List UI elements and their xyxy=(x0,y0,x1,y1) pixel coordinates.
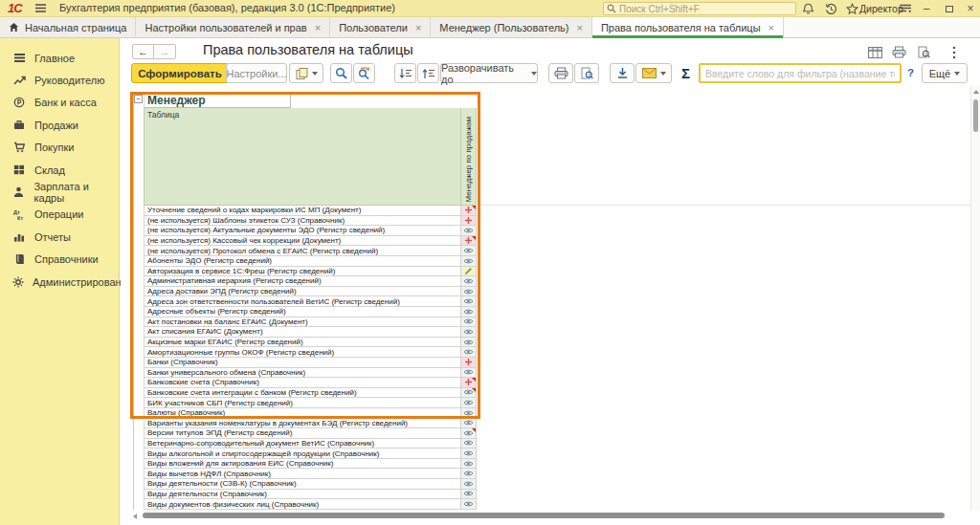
row-access-cell[interactable] xyxy=(461,206,477,216)
row-access-cell[interactable] xyxy=(461,287,477,297)
row-access-cell[interactable] xyxy=(461,256,477,267)
group-header-row[interactable]: Менеджер xyxy=(144,92,479,108)
row-label[interactable]: Валюты (Справочник) xyxy=(144,408,461,419)
row-access-cell[interactable] xyxy=(461,347,477,358)
row-label[interactable]: Акт постановки на баланс ЕГАИС (Документ… xyxy=(144,317,461,328)
print-icon[interactable] xyxy=(890,45,907,59)
row-access-cell[interactable] xyxy=(461,459,477,470)
find-next-button[interactable] xyxy=(353,63,375,83)
row-access-cell[interactable] xyxy=(461,408,477,419)
row-access-cell[interactable] xyxy=(461,428,477,439)
sidebar-item-11[interactable]: Администрирование xyxy=(0,271,119,293)
scroll-left-icon[interactable] xyxy=(133,514,137,519)
kebab-menu-icon[interactable] xyxy=(946,45,963,59)
table-row[interactable]: (не используется) Актуальные документы Э… xyxy=(144,226,479,236)
row-access-cell[interactable] xyxy=(461,246,477,256)
row-label[interactable]: Банковские счета интеграции с банком (Ре… xyxy=(144,388,461,399)
generate-button[interactable]: Сформировать xyxy=(131,63,229,83)
row-label[interactable]: (не используется) Протокол обмена с ЕГАИ… xyxy=(144,246,461,256)
sidebar-item-3[interactable]: Банк и касса xyxy=(0,92,119,114)
row-label[interactable]: Абоненты ЭДО (Регистр сведений) xyxy=(144,256,461,267)
row-label[interactable]: (не используется) Кассовый чек коррекции… xyxy=(144,236,461,247)
table-row[interactable]: Амортизационные группы ОКОФ (Регистр све… xyxy=(144,347,479,358)
vertical-scrollbar-thumb[interactable] xyxy=(973,99,978,132)
history-icon[interactable] xyxy=(823,2,838,15)
row-label[interactable]: Амортизационные группы ОКОФ (Регистр све… xyxy=(144,347,461,358)
sidebar-item-7[interactable]: Зарплата и кадры xyxy=(0,181,119,203)
favorites-star-icon[interactable] xyxy=(844,2,859,15)
sidebar-item-9[interactable]: Отчеты xyxy=(0,226,119,248)
row-label[interactable]: Адреса доставки ЭПД (Регистр сведений) xyxy=(144,287,461,297)
tab-2[interactable]: Настройки пользователей и прав× xyxy=(136,17,330,37)
forward-button[interactable]: → xyxy=(154,44,176,59)
send-email-button[interactable] xyxy=(635,63,672,83)
close-icon[interactable]: × xyxy=(415,22,421,33)
window-maximize-icon[interactable] xyxy=(942,2,957,15)
row-access-cell[interactable] xyxy=(461,469,477,479)
row-label[interactable]: Авторизация в сервисе 1С:Фреш (Регистр с… xyxy=(144,267,461,277)
main-menu-icon[interactable] xyxy=(34,3,47,13)
table-row[interactable]: Виды деятельности (Справочник) xyxy=(144,490,479,500)
table-row[interactable]: Адреса зон ответственности пользователей… xyxy=(144,296,479,307)
table-row[interactable]: Ветеринарно-сопроводительный документ Ве… xyxy=(144,439,479,449)
table-row[interactable]: Акт списания ЕГАИС (Документ) xyxy=(144,327,479,338)
sidebar-item-10[interactable]: Справочники xyxy=(0,249,119,271)
sidebar-item-8[interactable]: ДтКтОперации xyxy=(0,204,119,226)
horizontal-scrollbar-thumb[interactable] xyxy=(143,513,945,518)
row-access-cell[interactable] xyxy=(461,327,477,338)
row-label[interactable]: Банки универсального обмена (Справочник) xyxy=(144,368,461,379)
row-label[interactable]: Виды деятельности (СЗВ-К) (Справочник) xyxy=(144,479,461,490)
save-file-button[interactable] xyxy=(610,63,635,83)
table-row[interactable]: Виды вычетов НДФЛ (Справочник) xyxy=(144,469,479,479)
table-row[interactable]: Банки (Справочник) xyxy=(144,358,479,368)
tab-5[interactable]: Права пользователя на таблицы× xyxy=(592,17,784,37)
table-row[interactable]: Абоненты ЭДО (Регистр сведений) xyxy=(144,256,479,267)
sidebar-item-4[interactable]: Продажи xyxy=(0,114,119,136)
settings-button[interactable]: Настройки... xyxy=(226,63,287,83)
table-row[interactable]: Виды деятельности (СЗВ-К) (Справочник) xyxy=(144,479,479,490)
row-label[interactable]: Административная иерархия (Регистр сведе… xyxy=(144,276,461,287)
row-access-cell[interactable] xyxy=(461,216,477,227)
table-column-header[interactable]: Таблица xyxy=(144,108,461,206)
table-row[interactable]: Адресные объекты (Регистр сведений) xyxy=(144,307,479,317)
row-access-cell[interactable] xyxy=(461,267,477,277)
help-link[interactable]: ? xyxy=(907,67,914,78)
row-label[interactable]: Виды вложений для актирования ЕИС (Справ… xyxy=(144,459,461,470)
row-label[interactable]: Ветеринарно-сопроводительный документ Ве… xyxy=(144,439,461,449)
row-access-cell[interactable] xyxy=(461,307,477,317)
table-row[interactable]: Административная иерархия (Регистр сведе… xyxy=(144,276,479,287)
sidebar-item-6[interactable]: Склад xyxy=(0,159,119,181)
close-icon[interactable]: × xyxy=(577,22,583,33)
save-spreadsheet-icon[interactable] xyxy=(866,45,883,59)
collapse-levels-button[interactable] xyxy=(417,63,439,83)
tab-4[interactable]: Менеджер (Пользователь)× xyxy=(431,17,592,37)
horizontal-scrollbar[interactable] xyxy=(131,512,970,520)
row-label[interactable]: Банковские счета (Справочник) xyxy=(144,378,461,388)
table-row[interactable]: (не используется) Кассовый чек коррекции… xyxy=(144,236,479,247)
tab-1[interactable]: Начальная страница xyxy=(0,17,136,37)
table-row[interactable]: Банки универсального обмена (Справочник) xyxy=(144,368,479,379)
table-row[interactable]: Версии титулов ЭПД (Регистр сведений) xyxy=(144,428,479,439)
row-label[interactable]: Банки (Справочник) xyxy=(144,358,461,368)
rotated-column-header[interactable]: Менеджер по продажам xyxy=(461,108,477,206)
row-label[interactable]: Виды вычетов НДФЛ (Справочник) xyxy=(144,469,461,479)
row-label[interactable]: Акцизные марки ЕГАИС (Регистр сведений) xyxy=(144,338,461,348)
back-button[interactable]: ← xyxy=(132,44,154,59)
table-row[interactable]: (не используется) Протокол обмена с ЕГАИ… xyxy=(144,246,479,256)
row-access-cell[interactable] xyxy=(461,358,477,368)
table-row[interactable]: Варианты указания номенклатуры в докумен… xyxy=(144,418,479,428)
close-icon[interactable]: × xyxy=(768,22,774,33)
group-title-cell[interactable]: Менеджер xyxy=(144,92,291,108)
row-access-cell[interactable] xyxy=(461,368,477,379)
table-row[interactable]: Виды документов физических лиц (Справочн… xyxy=(144,499,479,510)
row-label[interactable]: Адреса зон ответственности пользователей… xyxy=(144,296,461,307)
row-access-cell[interactable] xyxy=(461,490,477,500)
close-icon[interactable]: × xyxy=(315,22,321,33)
row-access-cell[interactable] xyxy=(461,236,477,247)
expand-levels-button[interactable] xyxy=(394,63,416,83)
table-row[interactable]: Банковские счета интеграции с банком (Ре… xyxy=(144,388,479,399)
print-button[interactable] xyxy=(548,63,573,83)
row-access-cell[interactable] xyxy=(461,388,477,399)
row-access-cell[interactable] xyxy=(461,499,477,510)
table-row[interactable]: Банковские счета (Справочник) xyxy=(144,378,479,388)
